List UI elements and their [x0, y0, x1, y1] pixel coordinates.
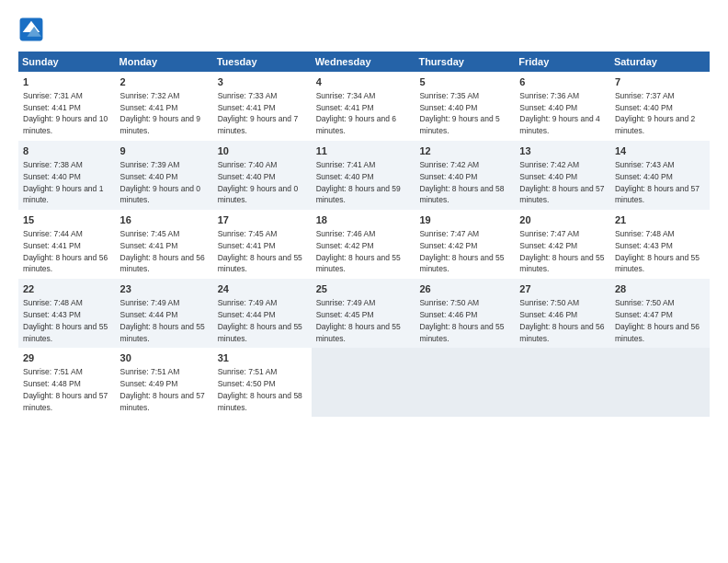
day-info: Sunrise: 7:42 AMSunset: 4:40 PMDaylight:… — [519, 160, 604, 204]
day-number: 26 — [419, 282, 511, 296]
calendar-cell: 15 Sunrise: 7:44 AMSunset: 4:41 PMDaylig… — [18, 210, 116, 279]
logo-icon — [18, 17, 44, 42]
day-info: Sunrise: 7:40 AMSunset: 4:40 PMDaylight:… — [218, 160, 298, 204]
day-info: Sunrise: 7:49 AMSunset: 4:44 PMDaylight:… — [120, 298, 205, 342]
day-number: 4 — [316, 75, 412, 89]
day-number: 14 — [615, 144, 706, 158]
day-number: 9 — [120, 144, 210, 158]
day-number: 20 — [519, 213, 607, 227]
calendar-cell: 16 Sunrise: 7:45 AMSunset: 4:41 PMDaylig… — [116, 210, 213, 279]
day-info: Sunrise: 7:32 AMSunset: 4:41 PMDaylight:… — [120, 91, 200, 135]
calendar-cell: 19 Sunrise: 7:47 AMSunset: 4:42 PMDaylig… — [415, 210, 515, 279]
day-info: Sunrise: 7:45 AMSunset: 4:41 PMDaylight:… — [120, 229, 205, 273]
day-info: Sunrise: 7:35 AMSunset: 4:40 PMDaylight:… — [419, 91, 499, 135]
day-info: Sunrise: 7:45 AMSunset: 4:41 PMDaylight:… — [218, 229, 302, 273]
col-header-saturday: Saturday — [610, 52, 710, 72]
day-info: Sunrise: 7:50 AMSunset: 4:46 PMDaylight:… — [419, 298, 504, 342]
col-header-monday: Monday — [116, 52, 213, 72]
day-number: 30 — [120, 351, 210, 365]
day-info: Sunrise: 7:42 AMSunset: 4:40 PMDaylight:… — [419, 160, 504, 204]
calendar-cell: 28 Sunrise: 7:50 AMSunset: 4:47 PMDaylig… — [610, 279, 710, 348]
day-info: Sunrise: 7:33 AMSunset: 4:41 PMDaylight:… — [218, 91, 298, 135]
day-number: 21 — [615, 213, 706, 227]
day-number: 15 — [23, 213, 112, 227]
calendar-cell: 21 Sunrise: 7:48 AMSunset: 4:43 PMDaylig… — [610, 210, 710, 279]
calendar-cell: 12 Sunrise: 7:42 AMSunset: 4:40 PMDaylig… — [415, 141, 515, 210]
day-info: Sunrise: 7:49 AMSunset: 4:44 PMDaylight:… — [218, 298, 302, 342]
calendar-cell — [610, 348, 710, 417]
calendar-cell: 23 Sunrise: 7:49 AMSunset: 4:44 PMDaylig… — [116, 279, 213, 348]
day-info: Sunrise: 7:50 AMSunset: 4:46 PMDaylight:… — [519, 298, 604, 342]
calendar-cell: 3 Sunrise: 7:33 AMSunset: 4:41 PMDayligh… — [213, 72, 312, 141]
calendar-table: SundayMondayTuesdayWednesdayThursdayFrid… — [18, 52, 710, 417]
day-info: Sunrise: 7:39 AMSunset: 4:40 PMDaylight:… — [120, 160, 200, 204]
day-number: 27 — [519, 282, 607, 296]
day-info: Sunrise: 7:51 AMSunset: 4:49 PMDaylight:… — [120, 367, 205, 411]
day-number: 29 — [23, 351, 112, 365]
page: SundayMondayTuesdayWednesdayThursdayFrid… — [0, 0, 728, 563]
day-info: Sunrise: 7:50 AMSunset: 4:47 PMDaylight:… — [615, 298, 700, 342]
calendar-cell: 25 Sunrise: 7:49 AMSunset: 4:45 PMDaylig… — [312, 279, 415, 348]
day-info: Sunrise: 7:34 AMSunset: 4:41 PMDaylight:… — [316, 91, 396, 135]
day-info: Sunrise: 7:31 AMSunset: 4:41 PMDaylight:… — [23, 91, 108, 135]
calendar-week-1: 1 Sunrise: 7:31 AMSunset: 4:41 PMDayligh… — [18, 72, 710, 141]
day-number: 17 — [218, 213, 308, 227]
day-number: 22 — [23, 282, 112, 296]
calendar-cell: 18 Sunrise: 7:46 AMSunset: 4:42 PMDaylig… — [312, 210, 415, 279]
header — [18, 17, 710, 42]
calendar-cell: 2 Sunrise: 7:32 AMSunset: 4:41 PMDayligh… — [116, 72, 213, 141]
day-number: 28 — [615, 282, 706, 296]
day-info: Sunrise: 7:48 AMSunset: 4:43 PMDaylight:… — [615, 229, 700, 273]
day-info: Sunrise: 7:38 AMSunset: 4:40 PMDaylight:… — [23, 160, 103, 204]
calendar-cell: 11 Sunrise: 7:41 AMSunset: 4:40 PMDaylig… — [312, 141, 415, 210]
calendar-cell: 26 Sunrise: 7:50 AMSunset: 4:46 PMDaylig… — [415, 279, 515, 348]
calendar-cell: 8 Sunrise: 7:38 AMSunset: 4:40 PMDayligh… — [18, 141, 116, 210]
calendar-cell: 14 Sunrise: 7:43 AMSunset: 4:40 PMDaylig… — [610, 141, 710, 210]
day-number: 23 — [120, 282, 210, 296]
calendar-cell: 31 Sunrise: 7:51 AMSunset: 4:50 PMDaylig… — [213, 348, 312, 417]
day-number: 10 — [218, 144, 308, 158]
day-number: 19 — [419, 213, 511, 227]
col-header-wednesday: Wednesday — [312, 52, 415, 72]
calendar-header-row: SundayMondayTuesdayWednesdayThursdayFrid… — [18, 52, 710, 72]
col-header-tuesday: Tuesday — [213, 52, 312, 72]
day-info: Sunrise: 7:48 AMSunset: 4:43 PMDaylight:… — [23, 298, 108, 342]
calendar-cell — [415, 348, 515, 417]
calendar-week-2: 8 Sunrise: 7:38 AMSunset: 4:40 PMDayligh… — [18, 141, 710, 210]
day-info: Sunrise: 7:46 AMSunset: 4:42 PMDaylight:… — [316, 229, 401, 273]
day-info: Sunrise: 7:47 AMSunset: 4:42 PMDaylight:… — [519, 229, 604, 273]
logo — [18, 17, 48, 42]
calendar-cell: 29 Sunrise: 7:51 AMSunset: 4:48 PMDaylig… — [18, 348, 116, 417]
day-number: 12 — [419, 144, 511, 158]
calendar-cell: 7 Sunrise: 7:37 AMSunset: 4:40 PMDayligh… — [610, 72, 710, 141]
calendar-week-5: 29 Sunrise: 7:51 AMSunset: 4:48 PMDaylig… — [18, 348, 710, 417]
calendar-cell: 6 Sunrise: 7:36 AMSunset: 4:40 PMDayligh… — [515, 72, 610, 141]
day-info: Sunrise: 7:51 AMSunset: 4:50 PMDaylight:… — [218, 367, 302, 411]
day-info: Sunrise: 7:37 AMSunset: 4:40 PMDaylight:… — [615, 91, 695, 135]
day-number: 31 — [218, 351, 308, 365]
calendar-cell: 9 Sunrise: 7:39 AMSunset: 4:40 PMDayligh… — [116, 141, 213, 210]
day-info: Sunrise: 7:49 AMSunset: 4:45 PMDaylight:… — [316, 298, 401, 342]
day-number: 11 — [316, 144, 412, 158]
day-number: 3 — [218, 75, 308, 89]
calendar-cell: 30 Sunrise: 7:51 AMSunset: 4:49 PMDaylig… — [116, 348, 213, 417]
day-info: Sunrise: 7:43 AMSunset: 4:40 PMDaylight:… — [615, 160, 700, 204]
calendar-cell: 20 Sunrise: 7:47 AMSunset: 4:42 PMDaylig… — [515, 210, 610, 279]
calendar-cell: 4 Sunrise: 7:34 AMSunset: 4:41 PMDayligh… — [312, 72, 415, 141]
day-number: 5 — [419, 75, 511, 89]
day-info: Sunrise: 7:44 AMSunset: 4:41 PMDaylight:… — [23, 229, 108, 273]
calendar-cell — [515, 348, 610, 417]
day-number: 8 — [23, 144, 112, 158]
calendar-cell: 24 Sunrise: 7:49 AMSunset: 4:44 PMDaylig… — [213, 279, 312, 348]
day-info: Sunrise: 7:41 AMSunset: 4:40 PMDaylight:… — [316, 160, 401, 204]
day-number: 16 — [120, 213, 210, 227]
day-number: 25 — [316, 282, 412, 296]
day-number: 7 — [615, 75, 706, 89]
calendar-cell — [312, 348, 415, 417]
day-number: 6 — [519, 75, 607, 89]
col-header-sunday: Sunday — [18, 52, 116, 72]
calendar-cell: 13 Sunrise: 7:42 AMSunset: 4:40 PMDaylig… — [515, 141, 610, 210]
col-header-thursday: Thursday — [415, 52, 515, 72]
calendar-cell: 22 Sunrise: 7:48 AMSunset: 4:43 PMDaylig… — [18, 279, 116, 348]
calendar-cell: 10 Sunrise: 7:40 AMSunset: 4:40 PMDaylig… — [213, 141, 312, 210]
